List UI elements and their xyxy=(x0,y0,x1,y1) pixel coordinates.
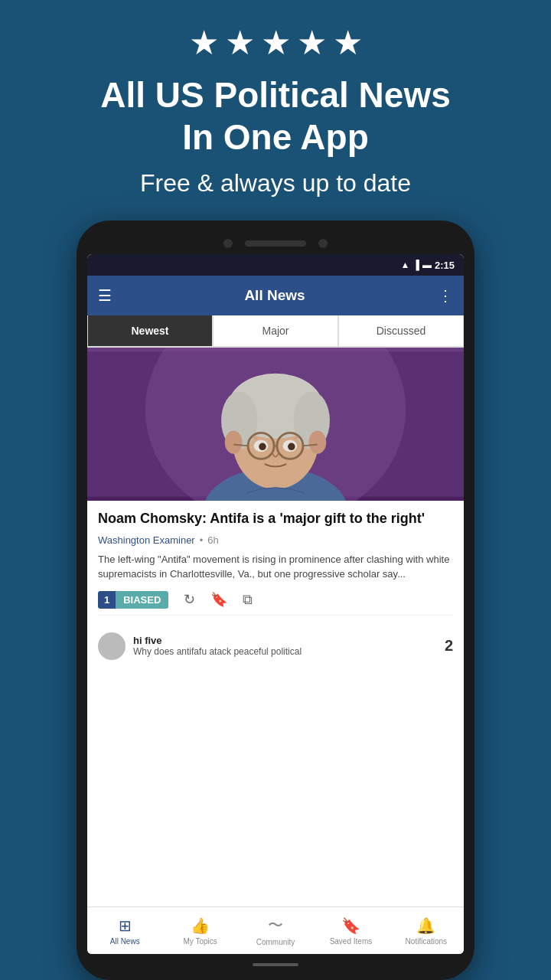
star-1: ★ xyxy=(189,23,219,62)
article-excerpt: The left-wing "Antifa" movement is risin… xyxy=(98,552,453,582)
app-header: ☰ All News ⋮ xyxy=(87,276,464,315)
nav-community-label: Community xyxy=(256,938,295,946)
phone-bottom-bar xyxy=(87,960,464,969)
phone-screen: ▲ ▐ ▬ 2:15 ☰ All News ⋮ Newest Major Dis… xyxy=(87,254,464,954)
tab-bar: Newest Major Discussed xyxy=(87,315,464,348)
comment-content: hi five Why does antifafu atack peaceful… xyxy=(133,635,437,657)
pulse-icon: 〜 xyxy=(268,915,283,936)
star-5: ★ xyxy=(333,23,363,62)
status-time: 2:15 xyxy=(435,260,455,271)
featured-image xyxy=(87,348,464,501)
article-title: Noam Chomsky: Antifa is a 'major gift to… xyxy=(98,510,453,528)
article-actions: 1 BIASED ↻ 🔖 ⧉ xyxy=(98,591,453,616)
header-title: All News xyxy=(244,287,305,304)
biased-badge[interactable]: 1 BIASED xyxy=(98,591,168,609)
nav-all-news[interactable]: ⊞ All News xyxy=(87,907,162,954)
comment-avatar xyxy=(98,632,126,660)
thumb-icon: 👍 xyxy=(191,916,210,935)
nav-my-topics-label: My Topics xyxy=(183,937,217,946)
nav-saved-items[interactable]: 🔖 Saved Items xyxy=(313,907,388,954)
promo-area: ★ ★ ★ ★ ★ All US Political News In One A… xyxy=(0,0,551,213)
wifi-icon: ▲ xyxy=(401,260,410,270)
tab-discussed[interactable]: Discussed xyxy=(338,315,464,347)
svg-point-8 xyxy=(309,431,327,454)
comment-preview[interactable]: hi five Why does antifafu atack peaceful… xyxy=(87,625,464,668)
hamburger-icon[interactable]: ☰ xyxy=(98,286,112,305)
svg-point-17 xyxy=(288,443,295,450)
more-options-icon[interactable]: ⋮ xyxy=(438,286,453,305)
biased-label: BIASED xyxy=(116,591,168,609)
saved-bookmark-icon: 🔖 xyxy=(341,916,360,935)
source-time: 6h xyxy=(207,534,218,546)
grid-icon: ⊞ xyxy=(119,916,132,935)
phone-top-bar xyxy=(87,234,464,254)
nav-notifications-label: Notifications xyxy=(406,937,447,946)
battery-icon: ▬ xyxy=(422,260,432,270)
news-content: Noam Chomsky: Antifa is a 'major gift to… xyxy=(87,348,464,906)
bottom-nav: ⊞ All News 👍 My Topics 〜 Community 🔖 Sav… xyxy=(87,906,464,954)
nav-community[interactable]: 〜 Community xyxy=(238,907,313,954)
svg-point-16 xyxy=(259,443,266,450)
home-indicator xyxy=(253,963,298,966)
nav-all-news-label: All News xyxy=(110,937,140,946)
promo-title: All US Political News In One App xyxy=(100,74,451,158)
star-3: ★ xyxy=(261,23,291,62)
svg-point-7 xyxy=(225,431,243,454)
source-dot: • xyxy=(200,534,204,546)
nav-saved-label: Saved Items xyxy=(330,937,373,946)
promo-subtitle: Free & always up to date xyxy=(140,169,411,198)
comment-count: 2 xyxy=(445,637,453,655)
phone-mockup: ▲ ▐ ▬ 2:15 ☰ All News ⋮ Newest Major Dis… xyxy=(77,220,474,980)
bookmark-icon[interactable]: 🔖 xyxy=(210,591,227,608)
nav-notifications[interactable]: 🔔 Notifications xyxy=(389,907,464,954)
star-4: ★ xyxy=(297,23,327,62)
comment-text: Why does antifafu atack peaceful politic… xyxy=(133,646,437,657)
source-name: Washington Examiner xyxy=(98,534,195,546)
comment-username: hi five xyxy=(133,635,437,646)
copy-icon[interactable]: ⧉ xyxy=(243,592,253,608)
phone-camera-right xyxy=(318,239,328,248)
nav-my-topics[interactable]: 👍 My Topics xyxy=(162,907,237,954)
article-source: Washington Examiner • 6h xyxy=(98,534,453,546)
status-icons: ▲ ▐ ▬ 2:15 xyxy=(401,260,455,271)
tab-newest[interactable]: Newest xyxy=(87,315,213,347)
bell-icon: 🔔 xyxy=(416,916,435,935)
signal-icon: ▐ xyxy=(412,260,419,270)
star-2: ★ xyxy=(225,23,255,62)
status-bar: ▲ ▐ ▬ 2:15 xyxy=(87,254,464,276)
phone-camera xyxy=(223,239,233,248)
phone-speaker xyxy=(245,240,306,247)
share-icon[interactable]: ↻ xyxy=(184,591,195,608)
tab-major[interactable]: Major xyxy=(213,315,338,347)
stars-row: ★ ★ ★ ★ ★ xyxy=(189,23,363,62)
biased-count: 1 xyxy=(98,591,116,609)
article-body: Noam Chomsky: Antifa is a 'major gift to… xyxy=(87,501,464,624)
